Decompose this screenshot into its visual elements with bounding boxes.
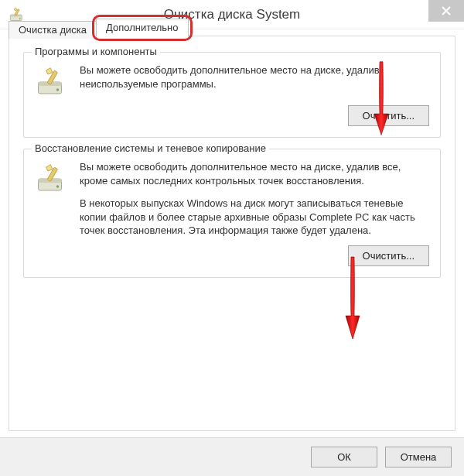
tab-disk-cleanup[interactable]: Очистка диска <box>9 21 97 39</box>
tab-strip: Очистка диска Дополнительно <box>9 17 188 37</box>
programs-icon <box>35 67 69 98</box>
svg-point-6 <box>56 88 59 91</box>
dialog-footer: ОК Отмена <box>0 437 464 476</box>
restore-description-2: В некоторых выпусках Windows на диск мог… <box>80 197 429 238</box>
close-button[interactable] <box>428 0 464 22</box>
ok-button[interactable]: ОК <box>311 447 377 467</box>
restore-icon <box>35 163 69 194</box>
tab-advanced[interactable]: Дополнительно <box>96 19 189 37</box>
group-programs: Программы и компоненты Вы можете освобод… <box>23 52 441 138</box>
svg-point-10 <box>56 185 59 187</box>
dialog-body: Очистка диска Дополнительно Программы и … <box>9 36 455 431</box>
group-programs-legend: Программы и компоненты <box>32 46 160 57</box>
restore-cleanup-button[interactable]: Очистить... <box>348 245 429 266</box>
programs-description: Вы можете освободить дополнительное мест… <box>80 63 429 91</box>
cancel-button[interactable]: Отмена <box>385 447 452 467</box>
close-icon <box>442 6 451 15</box>
restore-text: Вы можете освободить дополнительное мест… <box>80 160 429 238</box>
group-restore: Восстановление системы и теневое копиров… <box>23 149 441 278</box>
programs-cleanup-button[interactable]: Очистить... <box>348 105 429 126</box>
restore-description-1: Вы можете освободить дополнительное мест… <box>80 160 429 187</box>
group-restore-legend: Восстановление системы и теневое копиров… <box>32 142 269 154</box>
programs-text: Вы можете освободить дополнительное мест… <box>80 63 429 91</box>
